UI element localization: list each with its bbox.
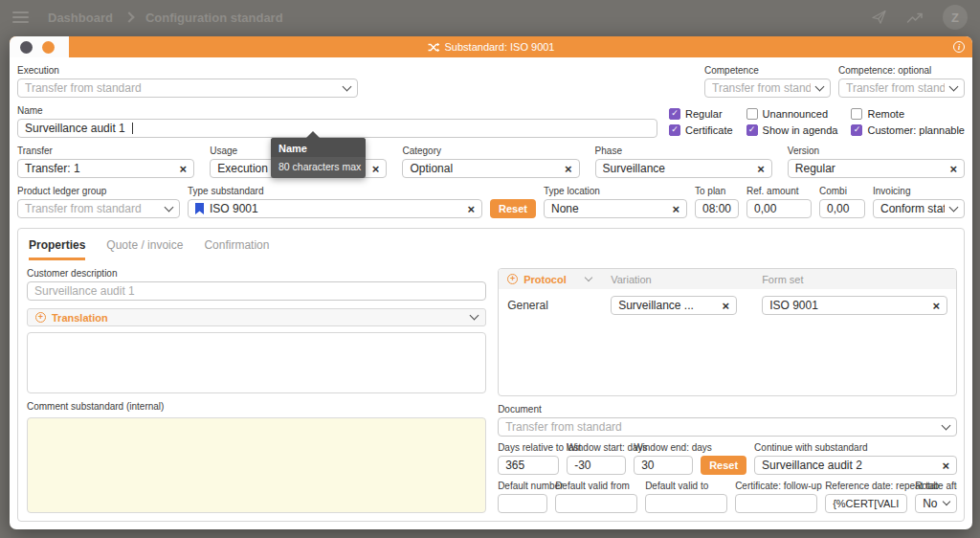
clear-icon[interactable]: × — [672, 203, 679, 215]
certificate-follow-up-input[interactable] — [735, 494, 817, 513]
window-buttons — [10, 36, 69, 57]
checkbox-certificate[interactable]: ✓Certificate — [669, 124, 733, 136]
reference-date-input[interactable]: {%CERT[VALIDFRO — [825, 494, 907, 513]
version-input[interactable]: Regular× — [788, 159, 965, 178]
tab-bar: Properties Quote / invoice Confirmation — [27, 236, 955, 260]
type-substandard-input[interactable]: ISO 9001 × — [188, 199, 482, 218]
protocol-row: General Surveillance ... × ISO 9001 × — [499, 289, 956, 315]
competence-field: Competence Transfer from standard — [704, 65, 831, 98]
name-input[interactable]: Surveillance audit 1 — [17, 119, 657, 138]
reset-substandard-button[interactable]: Reset — [490, 199, 536, 218]
invoicing-select[interactable]: Conform status — [873, 199, 965, 218]
default-valid-from-field: Default valid from — [555, 481, 637, 513]
execution-select[interactable]: Transfer from standard — [17, 78, 358, 98]
type-location-field: Type location None× — [544, 186, 687, 218]
chevron-down-icon — [942, 420, 951, 430]
window-minimize-button[interactable] — [42, 41, 55, 54]
chevron-down-icon — [949, 81, 959, 91]
checkbox-unannounced[interactable]: ✓Unannounced — [746, 108, 838, 120]
translation-section-header[interactable]: + Translation — [27, 308, 486, 326]
rotate-after-select[interactable]: No — [915, 494, 957, 513]
clear-icon[interactable]: × — [723, 300, 730, 312]
topbar-actions: Z — [871, 5, 968, 30]
days-relative-input[interactable]: 365 — [498, 456, 559, 475]
document-field: Document Transfer from standard — [498, 404, 957, 437]
comment-label: Comment substandard (internal) — [27, 401, 486, 412]
reset-window-button[interactable]: Reset — [701, 456, 746, 475]
plus-circle-icon: + — [507, 274, 518, 284]
customer-description-input[interactable]: Surveillance audit 1 — [27, 281, 486, 301]
checkbox-show-in-agenda[interactable]: ✓Show in agenda — [746, 124, 838, 136]
protocol-header[interactable]: + Protocol — [507, 274, 611, 285]
default-number-input[interactable] — [498, 494, 547, 513]
window-end-field: Window end: days 30 — [634, 442, 693, 475]
to-plan-input[interactable]: 08:00 — [695, 199, 739, 218]
clear-icon[interactable]: × — [180, 163, 188, 175]
protocol-column-variation: Variation — [611, 274, 762, 285]
tab-confirmation[interactable]: Confirmation — [204, 238, 269, 260]
tab-quote-invoice[interactable]: Quote / invoice — [106, 238, 183, 260]
modal-title: Substandard: ISO 9001 — [428, 41, 555, 53]
breadcrumb-chevron-icon — [123, 11, 134, 22]
chart-icon[interactable] — [906, 11, 924, 24]
plus-circle-icon: + — [35, 312, 46, 323]
variation-input[interactable]: Surveillance ... × — [611, 296, 737, 315]
avatar[interactable]: Z — [943, 5, 968, 30]
ref-amount-input[interactable]: 0,00 — [746, 199, 812, 218]
default-number-field: Default number — [498, 481, 547, 513]
name-tooltip: Name 80 characters max — [271, 138, 366, 178]
tab-properties[interactable]: Properties — [29, 238, 85, 260]
translation-content-area[interactable] — [27, 332, 486, 393]
rotate-after-field: Rotate afte No — [915, 481, 957, 513]
type-substandard-field: Type substandard ISO 9001 × — [188, 186, 482, 218]
chevron-down-icon — [943, 498, 950, 505]
properties-panel: Properties Quote / invoice Confirmation … — [17, 228, 965, 522]
form-set-input[interactable]: ISO 9001 × — [762, 296, 947, 315]
clear-icon[interactable]: × — [565, 163, 572, 175]
transfer-field: Transfer Transfer: 1× — [17, 146, 194, 178]
bookmark-icon — [195, 203, 204, 214]
chevron-down-icon — [343, 81, 352, 91]
competence-select[interactable]: Transfer from standard — [704, 78, 831, 98]
chevron-down-icon — [815, 81, 825, 91]
window-close-button[interactable] — [20, 41, 33, 54]
checkbox-remote[interactable]: ✓Remote — [851, 108, 965, 120]
ref-amount-field: Ref. amount 0,00 — [746, 186, 812, 218]
breadcrumb-configuration-standard[interactable]: Configuration standard — [145, 11, 283, 25]
document-select[interactable]: Transfer from standard — [498, 417, 957, 437]
info-icon[interactable]: i — [953, 41, 965, 53]
window-end-input[interactable]: 30 — [634, 456, 693, 475]
default-valid-to-input[interactable] — [645, 494, 727, 513]
clear-icon[interactable]: × — [933, 300, 941, 312]
customer-description-field: Customer description Surveillance audit … — [27, 268, 486, 301]
clear-icon[interactable]: × — [372, 163, 380, 175]
version-field: Version Regular× — [788, 146, 965, 178]
breadcrumb-dashboard[interactable]: Dashboard — [48, 11, 113, 25]
comment-textarea[interactable] — [27, 417, 486, 513]
clear-icon[interactable]: × — [943, 460, 950, 472]
protocol-header-row: + Protocol Variation Form set — [499, 269, 956, 289]
menu-icon[interactable] — [12, 11, 29, 23]
clear-icon[interactable]: × — [467, 203, 475, 215]
protocol-row-name: General — [507, 299, 611, 312]
send-icon[interactable] — [871, 10, 887, 25]
shuffle-icon — [428, 42, 440, 53]
window-start-field: Window start: days -30 — [567, 442, 626, 475]
product-ledger-group-select[interactable]: Transfer from standard — [17, 199, 180, 218]
competence-optional-select[interactable]: Transfer from standard — [838, 78, 965, 98]
default-valid-from-input[interactable] — [555, 494, 637, 513]
clear-icon[interactable]: × — [949, 163, 957, 175]
default-valid-to-field: Default valid to — [645, 481, 727, 513]
clear-icon[interactable]: × — [757, 163, 765, 175]
window-start-input[interactable]: -30 — [567, 456, 626, 475]
combi-input[interactable]: 0,00 — [819, 199, 865, 218]
checkbox-regular[interactable]: ✓Regular — [669, 108, 733, 120]
transfer-input[interactable]: Transfer: 1× — [17, 159, 194, 178]
substandard-modal: Substandard: ISO 9001 i Execution Transf… — [10, 36, 972, 529]
type-location-input[interactable]: None× — [544, 199, 687, 218]
phase-input[interactable]: Surveillance× — [595, 159, 772, 178]
check-icon: ✓ — [671, 109, 679, 118]
continue-with-substandard-input[interactable]: Surveillance audit 2 × — [754, 456, 957, 475]
category-input[interactable]: Optional× — [402, 159, 579, 178]
checkbox-customer-plannable[interactable]: ✓Customer: plannable — [851, 124, 965, 136]
